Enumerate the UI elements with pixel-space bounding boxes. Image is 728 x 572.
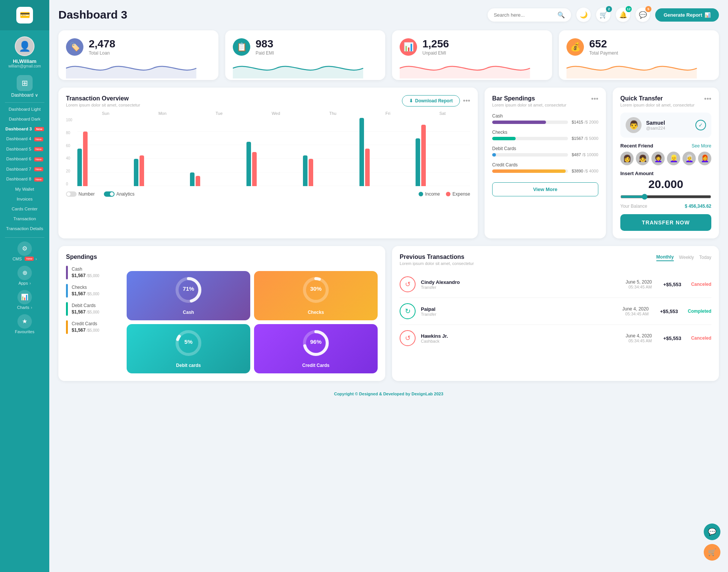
tx-paipal-date-col: June 4, 2020 05:34:45 AM: [622, 306, 648, 316]
tab-today[interactable]: Today: [699, 254, 711, 261]
sidebar-dashboard-label[interactable]: Dashboard ∨: [11, 92, 38, 98]
friend-avatar-4[interactable]: 👱‍♀️: [667, 152, 680, 165]
donut-credit[interactable]: 96% Credit Cards: [254, 324, 378, 373]
apps-arrow: ›: [30, 281, 31, 285]
generate-report-button[interactable]: Generate Report 📊: [655, 8, 719, 22]
unpaid-emi-label: Unpaid EMI: [422, 50, 449, 56]
tx-hawkins-type: Cashback: [421, 339, 448, 343]
friend-avatar-1[interactable]: 👩: [620, 152, 634, 165]
sidebar-item-transaction[interactable]: Transaction: [0, 214, 49, 224]
donut-cash[interactable]: 71% Cash: [127, 271, 250, 320]
bar-group-thu: [303, 155, 358, 186]
sidebar: 💳 👤 Hi,William william@gmail.com ⊞ Dashb…: [0, 0, 49, 572]
donut-debit-svg: [173, 328, 204, 358]
bar-group-wed: [246, 142, 301, 186]
sidebar-logo-icon[interactable]: 💳: [16, 7, 33, 24]
transaction-overview-title: Transaction Overview: [66, 95, 140, 102]
sidebar-item-dashboard7[interactable]: Dashboard 7 New: [0, 164, 49, 174]
sidebar-item-cards-center[interactable]: Cards Center: [0, 204, 49, 214]
donut-checks[interactable]: 30% Checks: [254, 271, 378, 320]
sidebar-item-dashboard4[interactable]: Dashboard 4 New: [0, 134, 49, 144]
cart-btn[interactable]: 🛒 2: [596, 8, 610, 22]
transaction-overview-card: Transaction Overview Lorem ipsum dolor s…: [58, 88, 478, 238]
prev-tx-subtitle: Lorem ipsum dolor sit amet, consectetur: [400, 261, 474, 266]
sidebar-item-invoices[interactable]: Invoices: [0, 194, 49, 204]
sidebar-item-my-wallet[interactable]: My Wallet: [0, 184, 49, 194]
quick-transfer-more-btn[interactable]: •••: [704, 95, 711, 103]
tab-monthly[interactable]: Monthly: [656, 254, 674, 261]
floating-support-btn[interactable]: 💬: [704, 523, 720, 540]
paid-emi-icon: 📋: [233, 38, 250, 56]
sidebar-item-dashboard3[interactable]: Dashboard 3 New: [0, 124, 49, 134]
tx-cindy-amount: +$5,553: [663, 282, 681, 287]
charts-icon[interactable]: 📊: [17, 290, 32, 304]
cash-color-bar: [66, 266, 68, 279]
message-btn[interactable]: 💬 5: [635, 8, 650, 22]
theme-toggle-btn[interactable]: 🌙: [576, 8, 591, 22]
tx-paipal-status: Completed: [688, 309, 711, 314]
bar-sun-red: [83, 132, 88, 186]
favourites-label[interactable]: Favourites: [15, 329, 34, 334]
total-loan-number: 2,478: [89, 38, 115, 50]
friend-avatar-2[interactable]: 👧: [636, 152, 649, 165]
bar-spendings-more-btn[interactable]: •••: [591, 95, 598, 103]
friend-avatar-6[interactable]: 👩‍🦰: [698, 152, 711, 165]
bar-thu-red: [309, 159, 313, 186]
bar-chart: SunMonTueWedThuFriSat 100806040200: [66, 111, 470, 197]
floating-cart-btn[interactable]: 🛒: [704, 544, 720, 561]
see-more-link[interactable]: See More: [692, 143, 711, 149]
amount-slider[interactable]: [620, 194, 711, 200]
transfer-user-name: Samuel: [646, 120, 665, 126]
bar-tue-teal: [190, 172, 195, 186]
search-input[interactable]: [494, 12, 554, 18]
main-content: Dashboard 3 🔍 🌙 🛒 2 🔔 12 💬 5 Gen: [49, 0, 728, 572]
recent-friend-header: Recent Friend See More: [620, 143, 711, 149]
download-report-button[interactable]: ⬇ Download Report: [402, 95, 460, 107]
new-badge: New: [35, 127, 44, 131]
tab-weekly[interactable]: Weekly: [679, 254, 694, 261]
friend-avatar-5[interactable]: 👩‍🦳: [682, 152, 696, 165]
friends-row: 👩 👧 👩‍🦱 👱‍♀️ 👩‍🦳 👩‍🦰: [620, 152, 711, 165]
sidebar-section-favourites: ★ Favourites: [0, 312, 49, 336]
bar-wed-teal: [246, 142, 251, 186]
number-toggle[interactable]: [66, 191, 77, 197]
sidebar-item-transaction-details[interactable]: Transaction Details: [0, 224, 49, 234]
sidebar-item-dashboard5[interactable]: Dashboard 5 New: [0, 144, 49, 154]
friend-avatar-3[interactable]: 👩‍🦱: [651, 152, 665, 165]
credit-total: /$5,000: [86, 328, 99, 332]
sidebar-dashboard-icon[interactable]: ⊞: [17, 75, 33, 91]
spendings-title: Spendings: [66, 254, 378, 260]
search-icon[interactable]: 🔍: [557, 11, 565, 19]
sidebar-item-dashboard8[interactable]: Dashboard 8 New: [0, 174, 49, 184]
credit-name: Credit Cards: [72, 321, 99, 326]
credit-value: $1,567: [72, 328, 86, 333]
bar-chart-icon: 📊: [704, 12, 711, 18]
unpaid-emi-wave: [400, 58, 544, 78]
sidebar-section-charts: 📊 Charts ›: [0, 288, 49, 312]
transaction-overview-more-btn[interactable]: •••: [463, 97, 470, 105]
sidebar-item-dashboard6[interactable]: Dashboard 6 New: [0, 154, 49, 164]
apps-icon[interactable]: ⊕: [17, 266, 32, 280]
apps-label[interactable]: Apps: [19, 281, 28, 285]
legend-analytics-label: Analytics: [116, 191, 135, 197]
donut-debit-label: Debit cards: [176, 363, 201, 368]
favourites-icon[interactable]: ★: [17, 314, 32, 329]
sidebar-item-dashboard-dark[interactable]: Dashboard Dark: [0, 114, 49, 124]
notification-btn[interactable]: 🔔 12: [616, 8, 630, 22]
cart-badge: 2: [606, 6, 612, 12]
cms-icon[interactable]: ⚙: [17, 241, 32, 256]
view-more-button[interactable]: View More: [492, 182, 598, 196]
donut-debit[interactable]: 5% Debit cards: [127, 324, 250, 373]
transfer-now-button[interactable]: TRANSFER NOW: [620, 214, 711, 231]
analytics-toggle[interactable]: [104, 191, 115, 197]
charts-label[interactable]: Charts: [17, 305, 29, 310]
debit-name: Debit Cards: [72, 303, 99, 308]
bar-fri-teal: [359, 118, 364, 186]
tx-paipal-name: Paipal: [421, 306, 436, 312]
cms-label[interactable]: CMS: [13, 257, 22, 261]
spending-list-credit: Credit Cards $1,567 /$5,000: [66, 320, 119, 334]
sidebar-item-dashboard-light[interactable]: Dashboard Light: [0, 104, 49, 114]
search-bar[interactable]: 🔍: [488, 8, 571, 22]
insert-amount-label: Insert Amount: [620, 171, 711, 176]
legend-analytics: Analytics: [104, 191, 135, 197]
